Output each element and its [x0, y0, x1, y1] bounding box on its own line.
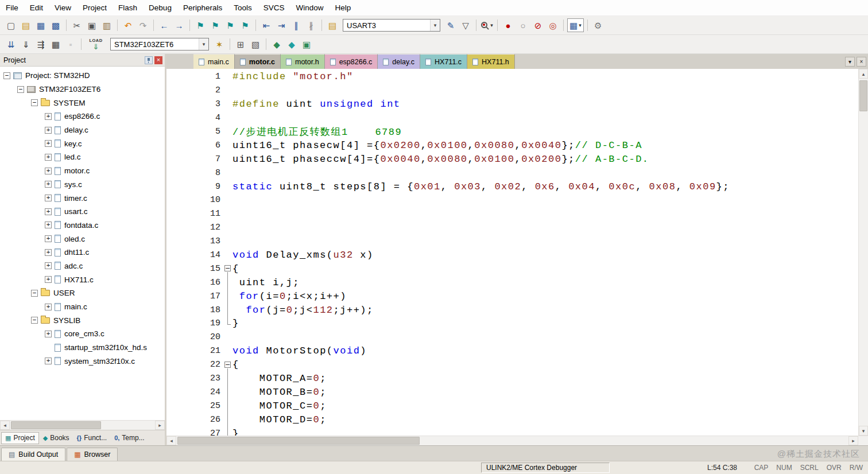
tab-hx711-h[interactable]: HX711.h	[467, 54, 515, 69]
tree-item-oled-c[interactable]: +oled.c	[0, 232, 165, 246]
indent-icon[interactable]: ⇥	[274, 18, 288, 32]
expand-icon[interactable]: +	[45, 276, 52, 283]
fold-collapse-icon[interactable]: −	[224, 362, 231, 368]
scroll-left-icon[interactable]: ◂	[0, 421, 10, 430]
tree-item-main-c[interactable]: +main.c	[0, 300, 165, 314]
menu-item-file[interactable]: File	[0, 0, 24, 15]
find-in-files-icon[interactable]: ▾	[480, 18, 494, 32]
scroll-down-icon[interactable]: ▾	[859, 426, 868, 436]
tree-item-usart-c[interactable]: +usart.c	[0, 205, 165, 219]
tree-item-stm32f103zet6[interactable]: −STM32F103ZET6	[0, 83, 165, 96]
scrollbar-track[interactable]	[176, 436, 848, 445]
expand-icon[interactable]: +	[45, 304, 52, 310]
close-file-icon[interactable]: ×	[857, 57, 866, 67]
tree-item-project-stm32hd[interactable]: −Project: STM32HD	[0, 69, 165, 83]
debug-windows-icon[interactable]: ▦▾	[567, 18, 584, 32]
target-options-icon[interactable]: ✶	[212, 37, 226, 51]
expand-icon[interactable]: +	[45, 154, 52, 161]
tree-item-adc-c[interactable]: +adc.c	[0, 259, 165, 273]
scroll-right-icon[interactable]: ▸	[848, 436, 858, 445]
menu-item-help[interactable]: Help	[330, 0, 357, 15]
chevron-down-icon[interactable]: ▾	[490, 22, 493, 28]
tree-item-hx711-c[interactable]: +HX711.c	[0, 273, 165, 286]
stop-build-icon[interactable]: ▪	[64, 37, 78, 51]
tree-item-system[interactable]: −SYSTEM	[0, 96, 165, 110]
tree-item-esp8266-c[interactable]: +esp8266.c	[0, 110, 165, 123]
disable-all-breakpoints-icon[interactable]: ⊘	[531, 18, 545, 32]
panel-tab-funct[interactable]: {}Funct...	[73, 432, 111, 444]
tree-item-fontdata-c[interactable]: +fontdata.c	[0, 219, 165, 232]
tree-item-dht11-c[interactable]: +dht11.c	[0, 246, 165, 259]
collapse-icon[interactable]: −	[3, 72, 10, 79]
menu-item-view[interactable]: View	[49, 0, 77, 15]
download-icon[interactable]: LOAD⇓	[87, 37, 105, 52]
cut-icon[interactable]: ✂	[70, 18, 84, 32]
tab-list-dropdown-icon[interactable]: ▾	[845, 57, 855, 67]
save-all-icon[interactable]: ▩	[49, 18, 63, 32]
bookmark-clear-all-icon[interactable]: ⚑	[238, 18, 252, 32]
menu-item-debug[interactable]: Debug	[143, 0, 177, 15]
tree-item-led-c[interactable]: +led.c	[0, 150, 165, 164]
scroll-up-icon[interactable]: ▴	[859, 69, 868, 79]
panel-tab-temp[interactable]: 0,Temp...	[111, 432, 148, 444]
analysis-windows-icon[interactable]: ▽	[459, 18, 472, 32]
scrollbar-thumb[interactable]	[11, 421, 101, 429]
navigate-back-icon[interactable]: ←	[157, 18, 171, 32]
manage-project-items-icon[interactable]: ⊞	[234, 37, 247, 51]
expand-icon[interactable]: +	[45, 181, 52, 188]
expand-icon[interactable]: +	[45, 140, 52, 147]
comment-selection-icon[interactable]: ∥	[289, 18, 303, 32]
expand-icon[interactable]: +	[45, 127, 52, 134]
expand-icon[interactable]: +	[45, 331, 52, 337]
tree-item-system-stm32f10x-c[interactable]: +system_stm32f10x.c	[0, 354, 165, 368]
tree-item-delay-c[interactable]: +delay.c	[0, 123, 165, 137]
configure-target-icon[interactable]: ⚙	[591, 18, 605, 32]
menu-item-flash[interactable]: Flash	[113, 0, 143, 15]
serial-port-icon[interactable]: ▤	[326, 18, 339, 32]
bookmark-next-icon[interactable]: ⚑	[223, 18, 237, 32]
bookmark-prev-icon[interactable]: ⚑	[208, 18, 222, 32]
tree-item-timer-c[interactable]: +timer.c	[0, 191, 165, 205]
expand-icon[interactable]: +	[45, 208, 52, 215]
tree-item-syslib[interactable]: −SYSLIB	[0, 313, 165, 327]
configure-flags-icon[interactable]: ✎	[444, 18, 458, 32]
pack-installer-icon[interactable]: ▣	[300, 37, 313, 51]
serial-select[interactable]: USART3 ▾	[343, 19, 440, 32]
navigate-forward-icon[interactable]: →	[172, 18, 186, 32]
expand-icon[interactable]: +	[45, 235, 52, 242]
chevron-down-icon[interactable]: ▾	[199, 38, 208, 50]
kill-all-breakpoints-icon[interactable]: ◎	[546, 18, 560, 32]
scrollbar-thumb[interactable]	[859, 80, 867, 111]
expand-icon[interactable]: +	[45, 195, 52, 201]
tab-hx711-c[interactable]: HX711.c	[420, 54, 467, 69]
editor-vscrollbar[interactable]: ▴ ▾	[858, 69, 868, 436]
scrollbar-track[interactable]	[10, 421, 155, 430]
tab-motor-h[interactable]: motor.h	[281, 54, 325, 69]
output-tab-browser[interactable]: ▦Browser	[67, 448, 118, 461]
tree-item-key-c[interactable]: +key.c	[0, 137, 165, 150]
tree-item-core-cm3-c[interactable]: +core_cm3.c	[0, 327, 165, 341]
tab-main-c[interactable]: main.c	[193, 54, 235, 69]
scrollbar-thumb[interactable]	[177, 437, 420, 445]
enable-breakpoint-icon[interactable]: ○	[516, 18, 530, 32]
open-folder-icon[interactable]: ▤	[19, 18, 33, 32]
batch-build-icon[interactable]: ▦	[49, 37, 63, 51]
panel-tab-books[interactable]: ◆Books	[40, 432, 73, 444]
chevron-down-icon[interactable]: ▾	[430, 20, 440, 31]
fold-collapse-icon[interactable]: −	[224, 265, 231, 271]
project-panel-hscrollbar[interactable]: ◂ ▸	[0, 420, 165, 430]
menu-item-project[interactable]: Project	[77, 0, 113, 15]
rebuild-all-icon[interactable]: ⇶	[34, 37, 48, 51]
save-icon[interactable]: ▦	[34, 18, 48, 32]
manage-run-time-environment-icon[interactable]: ◆	[285, 37, 299, 51]
panel-tab-project[interactable]: ▦Project	[1, 432, 39, 444]
collapse-icon[interactable]: −	[31, 290, 38, 297]
expand-icon[interactable]: +	[45, 222, 52, 228]
expand-icon[interactable]: +	[45, 249, 52, 256]
collapse-icon[interactable]: −	[31, 317, 38, 324]
unindent-icon[interactable]: ⇤	[259, 18, 273, 32]
editor-hscrollbar[interactable]: ◂ ▸	[166, 436, 868, 445]
tree-item-motor-c[interactable]: +motor.c	[0, 164, 165, 178]
menu-item-edit[interactable]: Edit	[24, 0, 49, 15]
code-area[interactable]: 1#include "motor.h"23#define uint unsign…	[166, 70, 858, 436]
